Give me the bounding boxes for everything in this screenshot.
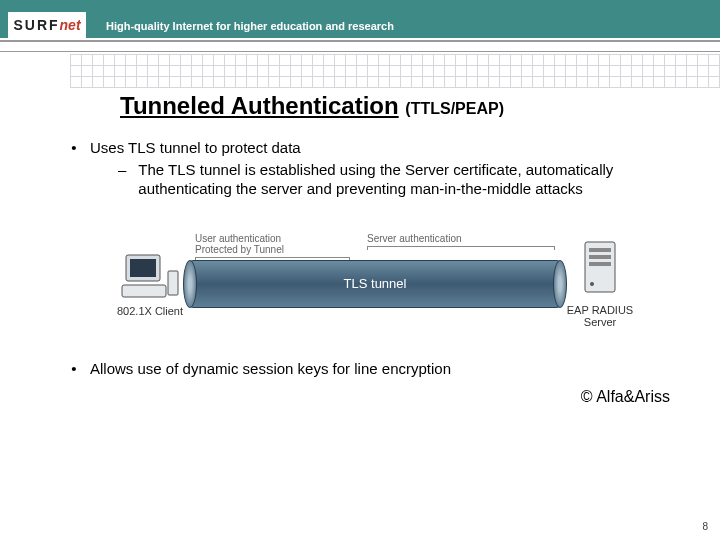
bullet-1: • Uses TLS tunnel to protect data – The … bbox=[70, 138, 680, 199]
bullet-list: • Uses TLS tunnel to protect data – The … bbox=[70, 138, 680, 199]
tls-tunnel-diagram: User authentication Protected by Tunnel … bbox=[115, 239, 635, 329]
server-auth-text: Server authentication bbox=[367, 233, 555, 244]
svg-rect-5 bbox=[589, 248, 611, 252]
surfnet-logo: SURFnet bbox=[8, 10, 86, 38]
client-label: 802.1X Client bbox=[115, 305, 185, 317]
bullet-list-2: • Allows use of dynamic session keys for… bbox=[70, 359, 680, 379]
bullet-dot-icon: • bbox=[70, 138, 78, 199]
slide-content: Tunneled Authentication (TTLS/PEAP) • Us… bbox=[0, 88, 720, 406]
slide-title: Tunneled Authentication (TTLS/PEAP) bbox=[120, 92, 680, 120]
client-icon: 802.1X Client bbox=[115, 251, 185, 317]
user-auth-annotation: User authentication Protected by Tunnel bbox=[195, 233, 350, 261]
svg-rect-7 bbox=[589, 262, 611, 266]
bullet-1-sub: – The TLS tunnel is established using th… bbox=[118, 160, 680, 199]
title-sub: (TTLS/PEAP) bbox=[405, 100, 504, 117]
grid-pattern bbox=[0, 54, 720, 88]
bullet-1-sub-text: The TLS tunnel is established using the … bbox=[138, 160, 680, 199]
user-auth-line1: User authentication bbox=[195, 233, 350, 244]
bullet-2: • Allows use of dynamic session keys for… bbox=[70, 359, 680, 379]
page-number: 8 bbox=[702, 521, 708, 532]
svg-rect-6 bbox=[589, 255, 611, 259]
svg-point-8 bbox=[590, 282, 594, 286]
svg-rect-2 bbox=[122, 285, 166, 297]
user-auth-line2: Protected by Tunnel bbox=[195, 244, 350, 255]
server-auth-annotation: Server authentication bbox=[367, 233, 555, 250]
header-bar: SURFnet High-quality Internet for higher… bbox=[0, 0, 720, 38]
header-tagline: High-quality Internet for higher educati… bbox=[86, 20, 394, 38]
logo-text-main: SURF bbox=[13, 17, 59, 33]
bullet-dot-icon: • bbox=[70, 359, 78, 379]
dash-icon: – bbox=[118, 160, 126, 199]
bullet-1-text: Uses TLS tunnel to protect data bbox=[90, 139, 301, 156]
subheader-rule bbox=[0, 38, 720, 52]
title-main: Tunneled Authentication bbox=[120, 92, 399, 119]
copyright-text: © Alfa&Ariss bbox=[70, 388, 670, 406]
server-label: EAP RADIUS Server bbox=[565, 304, 635, 328]
svg-rect-1 bbox=[130, 259, 156, 277]
logo-text-highlight: net bbox=[60, 17, 81, 33]
server-icon: EAP RADIUS Server bbox=[565, 240, 635, 328]
tls-tunnel: TLS tunnel bbox=[189, 260, 561, 308]
bullet-2-text: Allows use of dynamic session keys for l… bbox=[90, 359, 680, 379]
tunnel-label: TLS tunnel bbox=[344, 276, 407, 291]
svg-rect-3 bbox=[168, 271, 178, 295]
